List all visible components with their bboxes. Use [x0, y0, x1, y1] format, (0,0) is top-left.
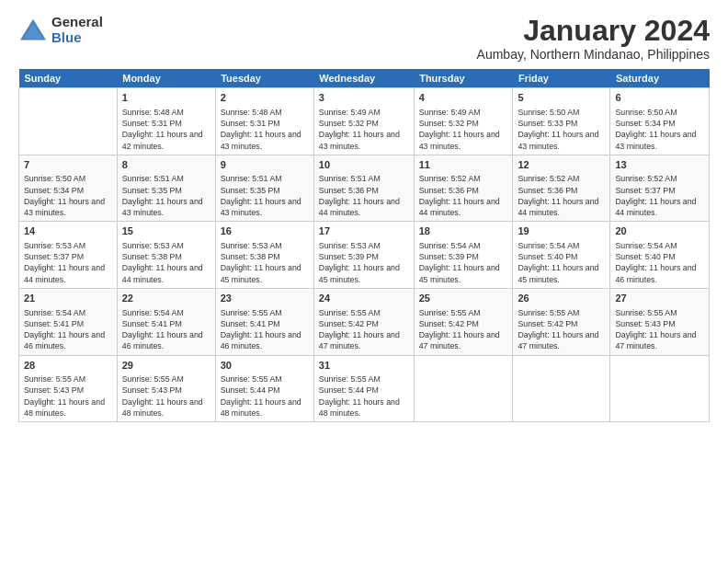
calendar-week-2: 7Sunrise: 5:50 AMSunset: 5:34 PMDaylight…	[19, 155, 710, 222]
logo-blue-text: Blue	[51, 30, 103, 46]
cell-content: Sunrise: 5:55 AMSunset: 5:42 PMDaylight:…	[319, 307, 409, 352]
calendar-cell	[19, 88, 118, 155]
calendar-cell	[414, 355, 513, 422]
day-number: 29	[122, 359, 210, 373]
cell-content: Sunrise: 5:53 AMSunset: 5:37 PMDaylight:…	[24, 240, 112, 285]
day-number: 27	[615, 292, 704, 305]
calendar-cell: 13Sunrise: 5:52 AMSunset: 5:37 PMDayligh…	[610, 155, 710, 222]
cell-content: Sunrise: 5:52 AMSunset: 5:36 PMDaylight:…	[419, 173, 508, 218]
calendar-cell	[513, 355, 610, 422]
calendar-cell: 14Sunrise: 5:53 AMSunset: 5:37 PMDayligh…	[19, 222, 118, 289]
cell-content: Sunrise: 5:55 AMSunset: 5:42 PMDaylight:…	[518, 307, 605, 352]
cell-content: Sunrise: 5:55 AMSunset: 5:44 PMDaylight:…	[319, 373, 409, 419]
calendar-cell: 8Sunrise: 5:51 AMSunset: 5:35 PMDaylight…	[117, 155, 215, 222]
logo-icon	[18, 17, 48, 43]
cell-content: Sunrise: 5:50 AMSunset: 5:33 PMDaylight:…	[518, 107, 605, 152]
calendar-cell: 1Sunrise: 5:48 AMSunset: 5:31 PMDaylight…	[117, 88, 215, 155]
calendar-cell: 26Sunrise: 5:55 AMSunset: 5:42 PMDayligh…	[513, 289, 610, 356]
location-title: Aumbay, Northern Mindanao, Philippines	[477, 47, 710, 62]
day-number: 1	[122, 91, 210, 105]
day-number: 2	[221, 91, 309, 105]
day-number: 4	[419, 91, 508, 105]
day-number: 23	[221, 292, 309, 305]
day-number: 26	[518, 292, 605, 305]
col-sunday: Sunday	[19, 69, 118, 88]
day-number: 12	[518, 158, 605, 172]
calendar-week-1: 1Sunrise: 5:48 AMSunset: 5:31 PMDaylight…	[19, 88, 710, 155]
calendar-cell: 22Sunrise: 5:54 AMSunset: 5:41 PMDayligh…	[117, 289, 215, 356]
cell-content: Sunrise: 5:55 AMSunset: 5:43 PMDaylight:…	[615, 307, 704, 352]
calendar-cell	[610, 355, 710, 422]
calendar-week-5: 28Sunrise: 5:55 AMSunset: 5:43 PMDayligh…	[19, 355, 710, 422]
day-number: 19	[518, 224, 605, 238]
day-number: 13	[615, 158, 704, 172]
day-number: 31	[319, 359, 409, 373]
col-saturday: Saturday	[610, 69, 710, 88]
calendar-cell: 25Sunrise: 5:55 AMSunset: 5:42 PMDayligh…	[414, 289, 513, 356]
day-number: 14	[24, 224, 112, 238]
calendar-cell: 11Sunrise: 5:52 AMSunset: 5:36 PMDayligh…	[414, 155, 513, 222]
cell-content: Sunrise: 5:53 AMSunset: 5:39 PMDaylight:…	[319, 240, 409, 285]
day-number: 10	[319, 158, 409, 172]
cell-content: Sunrise: 5:51 AMSunset: 5:36 PMDaylight:…	[319, 173, 409, 218]
day-number: 7	[24, 158, 112, 172]
cell-content: Sunrise: 5:55 AMSunset: 5:43 PMDaylight:…	[122, 373, 210, 419]
cell-content: Sunrise: 5:54 AMSunset: 5:41 PMDaylight:…	[122, 307, 210, 352]
calendar-cell: 10Sunrise: 5:51 AMSunset: 5:36 PMDayligh…	[313, 155, 414, 222]
cell-content: Sunrise: 5:49 AMSunset: 5:32 PMDaylight:…	[419, 107, 508, 152]
calendar-cell: 16Sunrise: 5:53 AMSunset: 5:38 PMDayligh…	[215, 222, 313, 289]
calendar-cell: 4Sunrise: 5:49 AMSunset: 5:32 PMDaylight…	[414, 88, 513, 155]
calendar-cell: 29Sunrise: 5:55 AMSunset: 5:43 PMDayligh…	[117, 355, 215, 422]
day-number: 28	[24, 359, 112, 373]
title-block: January 2024 Aumbay, Northern Mindanao, …	[477, 15, 710, 62]
day-number: 11	[419, 158, 508, 172]
calendar-week-3: 14Sunrise: 5:53 AMSunset: 5:37 PMDayligh…	[19, 222, 710, 289]
cell-content: Sunrise: 5:50 AMSunset: 5:34 PMDaylight:…	[24, 173, 112, 218]
cell-content: Sunrise: 5:54 AMSunset: 5:39 PMDaylight:…	[419, 240, 508, 285]
calendar-cell: 20Sunrise: 5:54 AMSunset: 5:40 PMDayligh…	[610, 222, 710, 289]
calendar-cell: 15Sunrise: 5:53 AMSunset: 5:38 PMDayligh…	[117, 222, 215, 289]
day-number: 15	[122, 224, 210, 238]
cell-content: Sunrise: 5:55 AMSunset: 5:42 PMDaylight:…	[419, 307, 508, 352]
cell-content: Sunrise: 5:54 AMSunset: 5:41 PMDaylight:…	[24, 307, 112, 352]
cell-content: Sunrise: 5:48 AMSunset: 5:31 PMDaylight:…	[221, 107, 309, 152]
day-number: 8	[122, 158, 210, 172]
day-number: 21	[24, 292, 112, 305]
calendar-cell: 23Sunrise: 5:55 AMSunset: 5:41 PMDayligh…	[215, 289, 313, 356]
cell-content: Sunrise: 5:55 AMSunset: 5:44 PMDaylight:…	[221, 373, 309, 419]
header: General Blue January 2024 Aumbay, Northe…	[18, 15, 710, 62]
day-number: 9	[221, 158, 309, 172]
col-thursday: Thursday	[414, 69, 513, 88]
day-number: 6	[615, 91, 704, 105]
col-tuesday: Tuesday	[215, 69, 313, 88]
calendar-cell: 27Sunrise: 5:55 AMSunset: 5:43 PMDayligh…	[610, 289, 710, 356]
day-number: 30	[221, 359, 309, 373]
calendar-cell: 7Sunrise: 5:50 AMSunset: 5:34 PMDaylight…	[19, 155, 118, 222]
cell-content: Sunrise: 5:50 AMSunset: 5:34 PMDaylight:…	[615, 107, 704, 152]
cell-content: Sunrise: 5:54 AMSunset: 5:40 PMDaylight:…	[615, 240, 704, 285]
day-number: 17	[319, 224, 409, 238]
calendar-cell: 5Sunrise: 5:50 AMSunset: 5:33 PMDaylight…	[513, 88, 610, 155]
day-number: 20	[615, 224, 704, 238]
calendar-cell: 2Sunrise: 5:48 AMSunset: 5:31 PMDaylight…	[215, 88, 313, 155]
calendar-cell: 3Sunrise: 5:49 AMSunset: 5:32 PMDaylight…	[313, 88, 414, 155]
day-number: 22	[122, 292, 210, 305]
col-monday: Monday	[117, 69, 215, 88]
calendar-cell: 21Sunrise: 5:54 AMSunset: 5:41 PMDayligh…	[19, 289, 118, 356]
page: General Blue January 2024 Aumbay, Northe…	[0, 0, 728, 563]
calendar-cell: 9Sunrise: 5:51 AMSunset: 5:35 PMDaylight…	[215, 155, 313, 222]
day-number: 25	[419, 292, 508, 305]
cell-content: Sunrise: 5:53 AMSunset: 5:38 PMDaylight:…	[122, 240, 210, 285]
cell-content: Sunrise: 5:52 AMSunset: 5:37 PMDaylight:…	[615, 173, 704, 218]
cell-content: Sunrise: 5:49 AMSunset: 5:32 PMDaylight:…	[319, 107, 409, 152]
day-number: 3	[319, 91, 409, 105]
cell-content: Sunrise: 5:48 AMSunset: 5:31 PMDaylight:…	[122, 107, 210, 152]
col-friday: Friday	[513, 69, 610, 88]
cell-content: Sunrise: 5:51 AMSunset: 5:35 PMDaylight:…	[122, 173, 210, 218]
cell-content: Sunrise: 5:51 AMSunset: 5:35 PMDaylight:…	[221, 173, 309, 218]
logo-general-text: General	[51, 15, 103, 30]
calendar-cell: 24Sunrise: 5:55 AMSunset: 5:42 PMDayligh…	[313, 289, 414, 356]
calendar-cell: 28Sunrise: 5:55 AMSunset: 5:43 PMDayligh…	[19, 355, 118, 422]
cell-content: Sunrise: 5:53 AMSunset: 5:38 PMDaylight:…	[221, 240, 309, 285]
calendar-week-4: 21Sunrise: 5:54 AMSunset: 5:41 PMDayligh…	[19, 289, 710, 356]
